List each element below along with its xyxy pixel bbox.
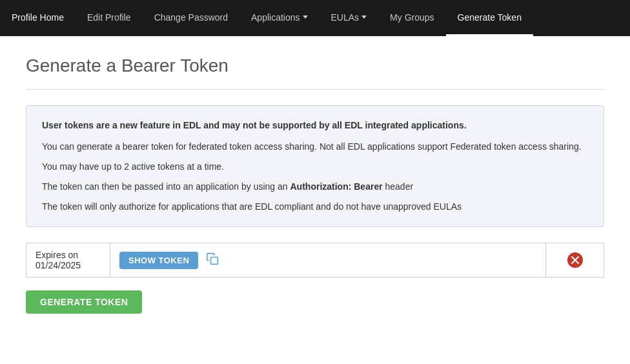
token-table: Expires on 01/24/2025 SHOW TOKEN xyxy=(26,243,604,278)
info-box: User tokens are a new feature in EDL and… xyxy=(26,105,604,227)
x-icon xyxy=(571,256,579,264)
delete-token-button[interactable] xyxy=(567,252,583,268)
expires-date: 01/24/2025 xyxy=(36,260,81,270)
copy-icon[interactable] xyxy=(206,252,219,268)
svg-rect-0 xyxy=(211,258,218,265)
nav-applications-label: Applications xyxy=(251,12,300,23)
nav-profile-home[interactable]: Profile Home xyxy=(0,0,76,36)
info-line2: You may have up to 2 active tokens at a … xyxy=(42,160,588,174)
info-line4: The token will only authorize for applic… xyxy=(42,200,588,214)
expires-label: Expires on xyxy=(36,250,78,260)
info-line3-pre: The token can then be passed into an app… xyxy=(42,181,290,192)
page-content: Generate a Bearer Token User tokens are … xyxy=(0,36,630,333)
delete-cell xyxy=(546,243,604,278)
info-bold-line: User tokens are a new feature in EDL and… xyxy=(42,119,588,132)
nav-eulas-label: EULAs xyxy=(331,12,360,23)
info-line3-bold: Authorization: Bearer xyxy=(290,181,383,192)
info-line1: You can generate a bearer token for fede… xyxy=(42,140,588,154)
nav-applications[interactable]: Applications xyxy=(239,0,320,36)
show-token-button[interactable]: SHOW TOKEN xyxy=(119,252,198,269)
info-line3-post: header xyxy=(383,181,413,192)
nav-eulas[interactable]: EULAs xyxy=(320,0,379,36)
eulas-caret-icon xyxy=(361,15,367,19)
generate-token-button[interactable]: GENERATE TOKEN xyxy=(26,290,142,314)
info-line3: The token can then be passed into an app… xyxy=(42,180,588,194)
nav-generate-token[interactable]: Generate Token xyxy=(446,0,533,36)
nav-my-groups[interactable]: My Groups xyxy=(378,0,445,36)
token-cell: SHOW TOKEN xyxy=(110,243,546,278)
table-row: Expires on 01/24/2025 SHOW TOKEN xyxy=(26,243,604,278)
main-nav: Profile Home Edit Profile Change Passwor… xyxy=(0,0,630,36)
nav-edit-profile[interactable]: Edit Profile xyxy=(76,0,143,36)
title-divider xyxy=(26,89,604,90)
applications-caret-icon xyxy=(303,15,308,19)
expires-cell: Expires on 01/24/2025 xyxy=(26,243,110,278)
nav-change-password[interactable]: Change Password xyxy=(143,0,239,36)
page-title: Generate a Bearer Token xyxy=(26,56,604,76)
